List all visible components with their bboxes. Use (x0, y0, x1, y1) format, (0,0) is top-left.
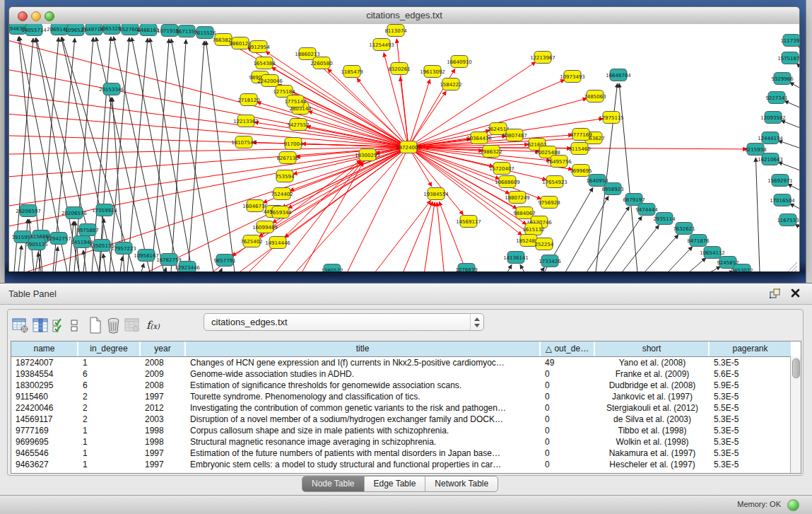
network-edge[interactable] (188, 41, 204, 271)
table-cell[interactable]: Estimation of the future numbers of pati… (186, 448, 541, 459)
network-edge[interactable] (220, 268, 222, 271)
table-cell[interactable]: Structural magnetic resonance image aver… (186, 436, 541, 448)
network-canvas[interactable]: 1872400776638229860124891295416543889890… (9, 24, 799, 271)
network-edge[interactable] (408, 79, 430, 147)
column-header-year[interactable]: year (141, 341, 186, 356)
select-columns-icon[interactable] (33, 317, 49, 334)
table-cell[interactable]: 1 (78, 425, 141, 436)
table-cell[interactable]: de Silva et al. (2003) (595, 414, 710, 425)
table-cell[interactable]: 0 (541, 391, 595, 402)
network-edge[interactable] (668, 247, 693, 271)
table-cell[interactable]: Corpus callosum shape and size in male p… (186, 425, 541, 436)
table-cell[interactable]: Estimation of significance thresholds fo… (186, 380, 541, 391)
network-edge[interactable] (437, 202, 449, 271)
column-header-short[interactable]: short (595, 341, 710, 356)
network-edge[interactable] (795, 224, 799, 234)
network-edge[interactable] (18, 245, 22, 271)
zoom-window-icon[interactable] (45, 11, 54, 21)
table-cell[interactable]: 1997 (141, 459, 186, 470)
table-cell[interactable]: 5.3E-5 (710, 414, 791, 425)
table-row[interactable]: 946362711997Embryonic stem cells: a mode… (11, 459, 801, 470)
table-cell[interactable]: 5.6E-5 (710, 368, 791, 380)
table-cell[interactable]: 1 (78, 357, 141, 368)
table-cell[interactable]: 2012 (141, 402, 186, 414)
tab-edge-table[interactable]: Edge Table (365, 477, 426, 491)
table-cell[interactable]: 2008 (141, 380, 186, 391)
table-cell[interactable]: 9463627 (11, 459, 78, 470)
network-edge[interactable] (165, 267, 166, 271)
network-edge[interactable] (541, 267, 544, 271)
table-cell[interactable]: Tibbo et al. (1998) (595, 425, 710, 436)
scrollbar-thumb[interactable] (792, 358, 800, 378)
table-cell[interactable]: 0 (541, 368, 595, 380)
network-edge[interactable] (587, 206, 629, 271)
network-edge[interactable] (152, 39, 169, 271)
network-edge[interactable] (120, 257, 122, 271)
table-cell[interactable]: 1 (78, 436, 141, 448)
minimize-window-icon[interactable] (31, 11, 41, 21)
network-view[interactable]: 1872400776638229860124891295416543889890… (9, 24, 799, 271)
table-cell[interactable]: 1997 (141, 391, 186, 402)
table-cell[interactable]: Investigating the contribution of common… (186, 402, 541, 414)
table-cell[interactable]: 5.3E-5 (710, 357, 791, 368)
network-edge[interactable] (790, 83, 799, 94)
table-cell[interactable]: 5.3E-5 (710, 436, 791, 448)
column-header-in_degree[interactable]: in_degree (78, 341, 141, 356)
network-edge[interactable] (781, 120, 799, 132)
table-cell[interactable]: Genome-wide association studies in ADHD. (186, 368, 541, 380)
network-edge[interactable] (417, 202, 435, 271)
network-edge[interactable] (9, 24, 408, 147)
table-cell[interactable]: 1998 (141, 425, 186, 436)
network-edge[interactable] (9, 121, 408, 147)
table-cell[interactable]: 2 (78, 391, 141, 402)
table-cell[interactable]: 1 (78, 448, 141, 459)
table-cell[interactable]: 2 (78, 402, 141, 414)
network-edge[interactable] (385, 201, 433, 271)
delete-table-icon[interactable] (106, 317, 121, 334)
float-panel-icon[interactable] (769, 288, 781, 300)
table-cell[interactable]: 22420046 (11, 402, 78, 414)
table-cell[interactable]: 18724007 (11, 357, 78, 368)
new-document-icon[interactable] (88, 317, 102, 334)
table-cell[interactable]: 18300295 (11, 380, 78, 391)
memory-ok-led-icon[interactable] (787, 499, 799, 511)
table-row[interactable]: 969969511998Structural magnetic resonanc… (11, 436, 801, 448)
vertical-scrollbar[interactable] (790, 356, 801, 473)
network-edge[interactable] (96, 37, 150, 271)
close-panel-icon[interactable] (790, 288, 801, 298)
table-cell[interactable]: Franke et al. (2009) (595, 368, 710, 380)
table-cell[interactable]: 5.3E-5 (710, 448, 791, 459)
table-cell[interactable]: Disruption of a novel member of a sodium… (186, 414, 541, 425)
network-edge[interactable] (784, 101, 799, 112)
network-edge[interactable] (778, 162, 799, 175)
table-cell[interactable]: 6 (78, 380, 141, 391)
table-cell[interactable]: 5.3E-5 (710, 391, 791, 402)
table-cell[interactable]: 9777169 (11, 425, 78, 436)
table-cell[interactable]: Changes of HCN gene expression and I(f) … (186, 357, 541, 368)
table-settings-icon[interactable] (12, 317, 29, 334)
network-edge[interactable] (796, 64, 799, 76)
table-row[interactable]: 911546021997Tourette syndrome. Phenomeno… (11, 391, 801, 402)
table-cell[interactable]: Dudbridge et al. (2008) (595, 380, 710, 391)
network-edge[interactable] (171, 40, 186, 271)
network-edge[interactable] (103, 254, 106, 271)
table-cell[interactable]: 0 (541, 448, 595, 459)
table-cell[interactable]: 6 (78, 368, 141, 380)
table-cell[interactable]: 5.9E-5 (710, 380, 791, 391)
column-header-title[interactable]: title (186, 341, 541, 356)
network-edge[interactable] (55, 247, 58, 271)
network-edge[interactable] (788, 184, 799, 196)
table-row[interactable]: 1938455462009Genome-wide association stu… (11, 368, 801, 380)
network-edge[interactable] (507, 264, 512, 271)
table-cell[interactable]: 2003 (141, 414, 186, 425)
network-edge[interactable] (619, 83, 637, 271)
table-cell[interactable]: 5.3E-5 (710, 425, 791, 436)
table-row[interactable]: 1456911722003Disruption of a novel membe… (11, 414, 801, 425)
table-cell[interactable]: 0 (541, 436, 595, 448)
column-header-name[interactable]: name (11, 341, 78, 356)
table-cell[interactable]: 0 (541, 402, 595, 414)
column-header-pagerank[interactable]: pagerank (710, 341, 791, 356)
table-cell[interactable]: 2008 (141, 357, 186, 368)
table-cell[interactable]: 14569117 (11, 414, 78, 425)
table-cell[interactable]: 1998 (141, 436, 186, 448)
